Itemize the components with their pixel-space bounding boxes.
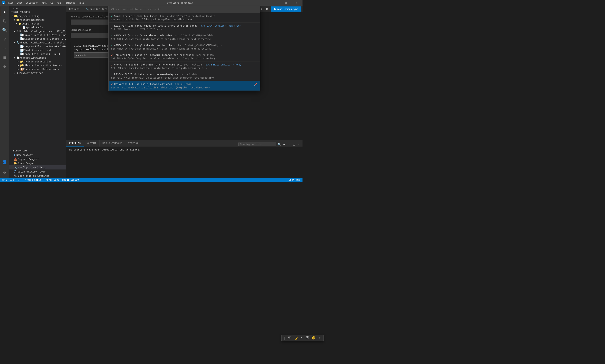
ops-open-plugin[interactable]: 🔌 Open plug-in Settings — [9, 174, 66, 178]
bottom-panel: PROBLEMS OUTPUT DEBUG CONSOLE TERMINAL 🔍… — [66, 140, 302, 178]
open-project-icon: 📂 — [14, 162, 17, 165]
tree-builder-config[interactable]: ▼ ⚙ Builder Configurations : ANY_GCC — [9, 29, 66, 33]
qp-item-sdcc-desc: Set SDCC installation folder path (compi… — [111, 18, 257, 21]
activity-search[interactable]: 🔍 — [0, 26, 9, 35]
tree-preprocessor-defs[interactable]: ▶ 📋 Preprocessor Definitions — [9, 67, 66, 71]
qp-item-keil-desc: Set MDK 'UV4.exe' or 'TOOLS.INI' path — [111, 28, 257, 31]
tree-project-attributes[interactable]: ▼ 📋 Project Attributes — [9, 56, 66, 60]
panel-clear-btn[interactable]: ≡ — [282, 142, 286, 146]
sidebar-section-label: EIDE — [9, 6, 66, 11]
tree-flash-command[interactable]: 📄 Flash Command : null — [9, 48, 66, 52]
activity-bar: E ⎘ 🔍 ⑂ ▷ ⊞ ⚙ 👤 ⚙ — [0, 6, 9, 178]
tree-include-dirs[interactable]: ▶ 📁 Include Directories — [9, 60, 66, 63]
tree-symbol-table[interactable]: 📄 Symbol Table — [9, 26, 66, 29]
menu-go[interactable]: Go — [49, 1, 55, 5]
status-port[interactable]: Port: COM3 — [45, 179, 60, 181]
panel-close-btn[interactable]: ✕ — [297, 142, 301, 146]
maximize-button[interactable]: ❐ — [282, 0, 290, 6]
no-problems-text: No problems have been detected in the wo… — [69, 148, 141, 151]
pin-icon: 📌 — [254, 82, 257, 87]
activity-account[interactable]: 👤 — [0, 157, 9, 167]
panel-tab-output[interactable]: OUTPUT — [84, 140, 99, 146]
operations-header[interactable]: ▼ OPERATIONS — [9, 149, 66, 153]
quick-pick-list: ✓ Small Device C Compiler (sdcc) Loc: c:… — [109, 13, 260, 91]
qp-item-universal-gcc-desc: Set ANY GCC Toolchain installation folde… — [111, 86, 257, 89]
import-project-icon: 📥 — [14, 157, 17, 161]
tree-output-files[interactable]: ▼ 📁 Output Files — [9, 22, 66, 26]
tree-linker-script[interactable]: 📄 Linker Script File Path : undefined.ld… — [9, 33, 66, 37]
activity-extensions[interactable]: ⊞ — [0, 53, 9, 62]
qp-item-iar-title: ✗ IAR ARM C/C++ Compiler (iccarm) (stand… — [111, 53, 257, 57]
status-sync[interactable]: ↓ ↑ — [17, 179, 22, 181]
status-warnings[interactable]: ⚠ 0 — [10, 179, 15, 181]
settings-split-btn[interactable]: ⊞ — [265, 7, 269, 11]
project-tree: ▼ 📁 gcc_mcu : Debug ▼ 📁 Project Resource… — [9, 14, 66, 148]
status-csdn[interactable]: CSDN 錯誤 — [288, 178, 301, 182]
qp-item-armcc-v6-title: ✓ ARMCC V6 (armclang) (standalone toolch… — [111, 44, 257, 47]
qp-item-sdcc[interactable]: ✓ Small Device C Compiler (sdcc) Loc: c:… — [109, 13, 260, 23]
ops-setup-utility[interactable]: 🛠 Setup Utility Tools — [9, 169, 66, 174]
qp-item-armcc-v5-title: ✓ ARMCC V5 (armcc) (standalone toolchain… — [111, 34, 257, 37]
menu-run[interactable]: Run — [55, 1, 62, 5]
minimize-button[interactable]: — — [271, 0, 280, 6]
qp-item-riscv-title: ✗ RISC-V GCC Toolchain (riscv-none-embed… — [111, 73, 257, 76]
quick-pick-input-wrap — [109, 6, 260, 13]
quick-pick-dialog: ✓ Small Device C Compiler (sdcc) Loc: c:… — [108, 6, 260, 91]
menu-terminal[interactable]: Terminal — [63, 1, 77, 5]
qp-item-armcc-v5[interactable]: ✓ ARMCC V5 (armcc) (standalone toolchain… — [109, 32, 260, 42]
eide-projects-header[interactable]: ▼ EIDE PROJECTS — [9, 11, 66, 14]
menu-selection[interactable]: Selection — [24, 1, 40, 5]
tree-project-settings[interactable]: ▶ ⚙ Project Settings — [9, 71, 66, 75]
ops-import-project[interactable]: 📥 Import Project — [9, 157, 66, 161]
activity-eide[interactable]: E — [0, 7, 9, 16]
ops-open-project[interactable]: 📂 Open Project — [9, 161, 66, 165]
activity-run[interactable]: ▷ — [0, 44, 9, 53]
qp-item-iar[interactable]: ✗ IAR ARM C/C++ Compiler (iccarm) (stand… — [109, 52, 260, 62]
panel-tab-terminal[interactable]: TERMINAL — [125, 140, 143, 146]
ops-new-project[interactable]: ⊕ New Project — [9, 153, 66, 157]
tree-project-resources[interactable]: ▼ 📁 Project Resources — [9, 18, 66, 22]
menu-view[interactable]: View — [40, 1, 49, 5]
qp-item-riscv[interactable]: ✗ RISC-V GCC Toolchain (riscv-none-embed… — [109, 71, 260, 81]
qp-item-keil[interactable]: ✓ Keil MDK (ide path) (used to locate ar… — [109, 23, 260, 32]
activity-explorer[interactable]: ⎘ — [0, 16, 9, 26]
qp-item-gnu-arm-desc: Set GNU Arm Embedded Toolchain installat… — [111, 67, 257, 69]
tab-options[interactable]: Options — [66, 6, 83, 12]
tree-flasher-config[interactable]: ▼ 🔧 Flasher Configurations : Shell — [9, 41, 66, 44]
menu-file[interactable]: File — [6, 1, 15, 5]
panel-maximize-btn[interactable]: ▲ — [292, 142, 296, 146]
tree-builder-options[interactable]: 📄 Builder Options : Object {...} — [9, 37, 66, 41]
qp-item-armcc-v6[interactable]: ✓ ARMCC V6 (armclang) (standalone toolch… — [109, 42, 260, 52]
activity-settings-nav[interactable]: ⚙ — [0, 62, 9, 71]
menu-help[interactable]: Help — [77, 1, 86, 5]
activity-manage[interactable]: ⚙ — [0, 168, 9, 177]
tree-erase-chip[interactable]: 📄 Erase Chip Command : null — [9, 52, 66, 56]
panel-tab-debug-console[interactable]: DEBUG CONSOLE — [99, 140, 125, 146]
status-right: CSDN 錯誤 — [288, 178, 301, 182]
window-title: Configure Toolchain — [89, 1, 271, 4]
titlebar: E File Edit Selection View Go Run Termin… — [0, 0, 302, 6]
qp-item-gnu-arm[interactable]: ✗ GNU Arm Embedded Toolchain (arm-none-e… — [109, 62, 260, 71]
operations-section: ▼ OPERATIONS ⊕ New Project 📥 Import Proj… — [9, 148, 66, 178]
menu-edit[interactable]: Edit — [15, 1, 24, 5]
ops-configure-toolchain[interactable]: 🔧 Configure Toolchain — [9, 165, 66, 169]
status-errors[interactable]: ⓪ 0 — [1, 178, 8, 182]
tree-library-search-dirs[interactable]: ▶ 📁 Library Search Directories — [9, 63, 66, 67]
tree-program-file[interactable]: 📄 Program File : ${ExecutableName}.hex — [9, 44, 66, 48]
close-button[interactable]: ✕ — [292, 0, 301, 6]
panel-filter-btn[interactable]: 🔍 — [277, 142, 281, 146]
open-plugin-icon: 🔌 — [14, 174, 17, 177]
turn-on-sync-button[interactable]: Turn on Settings Sync — [271, 6, 301, 12]
quick-pick-search-input[interactable] — [109, 6, 260, 13]
panel-wrap-btn[interactable]: ↕ — [287, 142, 291, 146]
status-serial[interactable]: ⚡ Open Serial — [24, 179, 43, 181]
panel-filter-input[interactable] — [238, 143, 276, 146]
tree-gcc-mcu[interactable]: ▼ 📁 gcc_mcu : Debug — [9, 14, 66, 18]
panel-tab-problems[interactable]: PROBLEMS — [66, 140, 84, 146]
activity-scm[interactable]: ⑂ — [0, 35, 9, 44]
status-baud[interactable]: Baud: 115200 — [62, 179, 80, 181]
content-area: Options 🔧 Builder Options {} debug.optio… — [66, 6, 302, 178]
menu-bar: File Edit Selection View Go Run Terminal… — [6, 1, 86, 5]
panel-tabs: PROBLEMS OUTPUT DEBUG CONSOLE TERMINAL 🔍… — [66, 140, 302, 147]
qp-item-universal-gcc[interactable]: ✗ Universal GCC Toolchain (sparc-elf-gcc… — [109, 81, 260, 91]
